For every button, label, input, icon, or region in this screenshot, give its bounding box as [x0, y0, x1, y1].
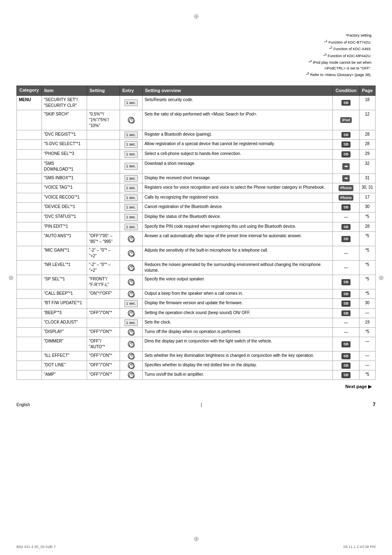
col-header-page: Page [359, 86, 375, 95]
condition-badge-sb: SB [341, 100, 351, 106]
cell-condition: — [333, 261, 359, 275]
cell-entry: 1 sec. [120, 213, 142, 222]
cell-setting: "OFF"/"ON"* [87, 352, 120, 361]
cell-page: *5 [359, 232, 375, 246]
table-row: MENU"SECURITY SET"/ "SECURITY CLR"1 sec.… [17, 95, 376, 110]
cell-item: "DVC STATUS"*1 [42, 213, 87, 222]
cell-setting: "ON"*/"OFF" [87, 289, 120, 299]
table-row: "BT F/W UPDATE"*11 sec.Display the firmw… [17, 299, 376, 309]
cell-item: "SECURITY SET"/ "SECURITY CLR" [42, 95, 87, 110]
cell-overview: Output a beep from the speaker when a ca… [142, 289, 333, 299]
cell-category [17, 203, 42, 213]
table-row: "AUTO ANS"*1"OFF"/"05" – "85"* – "995"An… [17, 232, 376, 246]
cell-overview: Specify the voice output speaker. [142, 275, 333, 289]
cell-setting [87, 213, 120, 222]
cell-overview: Select a cell-phone subject to hands-fre… [142, 150, 333, 160]
cell-page: — [359, 361, 375, 370]
col-header-entry: Entry [120, 86, 142, 95]
cell-category [17, 246, 42, 261]
cell-overview: Specifies whether to display the red dot… [142, 361, 333, 370]
cell-page: *5 [359, 261, 375, 275]
entry-sec-badge: 1 sec. [125, 141, 138, 148]
note-3: *3 Function of KDC-MP442U. [16, 52, 371, 59]
cell-setting [87, 173, 120, 183]
cell-item: "DOT LINE" [42, 361, 87, 370]
entry-knob-icon [128, 279, 134, 285]
cell-condition: SB [333, 222, 359, 232]
cell-item: "CLOCK ADJUST" [42, 318, 87, 328]
cell-setting: "OFF"/"ON"* [87, 308, 120, 318]
condition-badge-sb: SB [341, 291, 351, 297]
cell-category [17, 299, 42, 309]
cell-overview: Calls by recognizing the registered voic… [142, 193, 333, 203]
reg-mark-left: ⊕ [8, 274, 14, 282]
cell-item: "VOICE TAG"*1 [42, 183, 87, 193]
condition-badge-sb: SB [341, 372, 351, 378]
cell-item: "DIMMER" [42, 337, 87, 352]
cell-setting [87, 183, 120, 193]
col-header-category: Category [17, 86, 42, 95]
condition-badge-sb: SB [341, 204, 351, 210]
cell-setting: "OFF"/"ON"* [87, 328, 120, 337]
cell-setting [87, 140, 120, 150]
cell-condition: SB [333, 232, 359, 246]
page-container: ⊕ ⊕ ⊕ ⊕ *Factory setting *1 Function of … [0, 0, 392, 555]
note-4b: <iPodCTRL> is set to "OFF". [16, 66, 371, 72]
col-header-condition: Condition [333, 86, 359, 95]
cell-entry [120, 261, 142, 275]
cell-page: — [359, 352, 375, 361]
cell-setting: "-2" – "0"* – "+2" [87, 261, 120, 275]
next-page-label: Next page ▶ [16, 384, 371, 389]
table-row: "SKIP SRCH""0.5%"*/ "1%"/"5%"/ "10%"Sets… [17, 110, 376, 130]
cell-entry: 1 sec. [120, 95, 142, 110]
condition-badge-sb: SB [341, 224, 351, 230]
table-row: "CALL BEEP"*1"ON"*/"OFF"Output a beep fr… [17, 289, 376, 299]
cell-overview: Sets whether the key illumination bright… [142, 352, 333, 361]
table-header-row: Category Item Setting Entry Setting over… [17, 86, 376, 95]
cell-entry: 1 sec. [120, 193, 142, 203]
table-row: "SMS DOWNLOAD"*11 sec.Download a short m… [17, 159, 376, 173]
cell-overview: Turns off the display when no operation … [142, 328, 333, 337]
cell-setting: "OFF"/"05" – "85"* – "995" [87, 232, 120, 246]
cell-condition: SB [333, 337, 359, 352]
entry-knob-icon [128, 310, 134, 317]
cell-page: *5 [359, 289, 375, 299]
cell-condition: ➡ [333, 173, 359, 183]
cell-entry: 1 sec. [120, 183, 142, 193]
cell-overview: Display the firmware version and update … [142, 299, 333, 309]
main-table: Category Item Setting Entry Setting over… [16, 86, 376, 380]
condition-badge-phone: Phone [339, 195, 353, 201]
entry-knob-icon [128, 117, 134, 123]
cell-entry [120, 110, 142, 130]
reg-mark-top: ⊕ [194, 12, 199, 20]
cell-item: "MIC GAIN"*1 [42, 246, 87, 261]
cell-setting: "OFF"/"ON"* [87, 361, 120, 370]
table-row: "DIMMER""OFF"/ "AUTO"*Dims the display p… [17, 337, 376, 352]
cell-overview: Register a Bluetooth device (pairing). [142, 130, 333, 140]
condition-badge-sb: SB [341, 236, 351, 242]
table-row: "AMP""OFF"/"ON"*Turns on/off the built-i… [17, 370, 376, 380]
cell-item: "NR LEVEL"*1 [42, 261, 87, 275]
cell-category: MENU [17, 95, 42, 110]
reg-mark-bottom: ⊕ [194, 535, 199, 543]
cell-condition: — [333, 213, 359, 222]
cell-page: 30 [359, 299, 375, 309]
entry-sec-badge: 1 sec. [125, 300, 138, 307]
cell-category [17, 289, 42, 299]
cell-condition: SB [333, 140, 359, 150]
english-label: English [16, 402, 30, 407]
cell-page: 30 [359, 203, 375, 213]
cell-setting [87, 150, 120, 160]
cell-setting [87, 318, 120, 328]
cell-overview: Adjusts the sensitivity of the built-in … [142, 246, 333, 261]
cell-entry [120, 361, 142, 370]
cell-category [17, 110, 42, 130]
cell-entry [120, 337, 142, 352]
cell-entry [120, 275, 142, 289]
cell-page: 18 [359, 95, 375, 110]
cell-overview: Sets the clock. [142, 318, 333, 328]
date-info: 08.11.1 2:43:38 PM [343, 545, 376, 549]
cell-category [17, 150, 42, 160]
cell-category [17, 140, 42, 150]
condition-badge-sb: SB [341, 301, 351, 307]
